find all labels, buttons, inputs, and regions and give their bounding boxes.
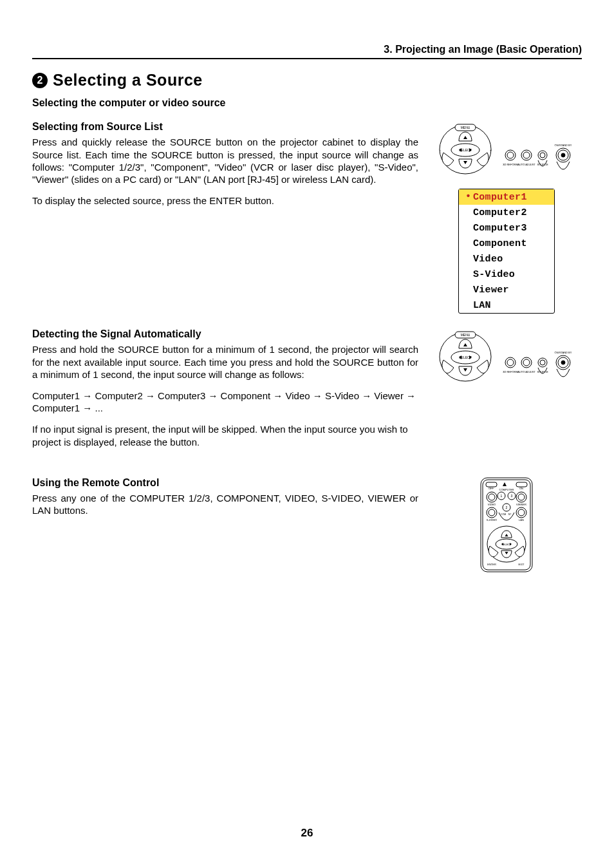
svg-point-25 [505,357,516,368]
svg-text:COMPUTER: COMPUTER [499,488,514,491]
svg-point-31 [538,358,547,367]
heading-auto-detect: Detecting the Signal Automatically [32,328,418,341]
chapter-header: 3. Projecting an Image (Basic Operation) [32,44,582,59]
list-item: Computer1 [459,189,554,205]
illustration-column: OFF ON VIDEO VIEWER 1 3 COMPUTER S-VIDEO… [431,476,582,573]
page-number: 26 [0,827,614,840]
source-list-menu: Computer1 Computer2 Computer3 Component … [458,189,555,314]
svg-point-7 [505,150,516,160]
svg-point-56 [488,509,495,516]
svg-point-47 [516,492,526,502]
list-item: Video [459,251,554,267]
svg-text:EXIT: EXIT [519,563,525,566]
svg-point-59 [518,509,525,516]
list-item: Component [459,236,554,251]
svg-text:-: - [440,148,441,152]
svg-text:3D REFORM: 3D REFORM [503,163,518,166]
svg-point-18 [561,153,565,157]
svg-text:+: + [490,148,492,152]
svg-point-32 [540,360,545,365]
svg-text:ON/STAND BY: ON/STAND BY [555,351,572,354]
text-column: Using the Remote Control Press any one o… [32,476,418,573]
svg-text:MENU: MENU [461,333,470,337]
svg-text:SOURCE: SOURCE [537,370,548,373]
svg-point-26 [507,359,514,366]
svg-text:1: 1 [501,494,503,498]
svg-point-45 [488,494,495,500]
paragraph: Press any one of the COMPUTER 1/2/3, COM… [32,492,418,516]
svg-text:3D REFORM: 3D REFORM [503,370,518,373]
svg-text:MENU: MENU [461,126,470,129]
control-panel-illustration: MENU SELECT 3D REFORM AUTO ADJUST SOURCE [434,328,579,386]
svg-text:AUTO ADJUST: AUTO ADJUST [517,370,535,373]
paragraph: To display the selected source, press th… [32,194,418,207]
sub-title: Selecting the computer or video source [32,97,582,109]
svg-text:ON: ON [519,487,523,490]
section-number-badge: 2 [32,73,48,88]
svg-text:COM: COM [501,513,506,516]
list-item: Computer2 [459,205,554,220]
list-item: Viewer [459,282,554,297]
title-row: 2 Selecting a Source [32,71,582,90]
paragraph: Computer1 → Computer2 → Computer3 → Comp… [32,390,418,414]
svg-point-14 [540,153,545,158]
svg-point-13 [538,151,547,160]
svg-point-44 [487,492,497,502]
list-item: Computer3 [459,220,554,236]
heading-source-list: Selecting from Source List [32,120,418,133]
svg-text:SOURCE: SOURCE [537,163,548,166]
illustration-column: MENU SELECT - + 3D REFORM AUTO ADJUST [431,120,582,314]
paragraph: Press and hold the SOURCE button for a m… [32,343,418,381]
svg-point-11 [523,152,530,158]
svg-point-10 [521,150,532,160]
svg-text:S-VIDEO: S-VIDEO [487,518,497,522]
section-auto-detect: Detecting the Signal Automatically Press… [32,328,582,457]
section-remote: Using the Remote Control Press any one o… [32,476,582,573]
svg-text:3: 3 [511,494,513,498]
paragraph: Press and quickly release the SOURCE but… [32,136,418,185]
svg-text:ENTER: ENTER [487,563,496,566]
svg-point-29 [523,359,530,366]
svg-rect-42 [516,482,527,487]
heading-remote: Using the Remote Control [32,476,418,489]
svg-point-58 [516,507,526,518]
svg-text:LAN: LAN [519,518,524,522]
illustration-column: MENU SELECT 3D REFORM AUTO ADJUST SOURCE [431,328,582,457]
list-item: S-Video [459,267,554,282]
svg-text:OFF: OFF [488,487,494,490]
svg-text:2: 2 [506,505,508,509]
text-column: Selecting from Source List Press and qui… [32,120,418,314]
svg-point-48 [518,494,525,500]
svg-point-55 [487,507,497,518]
svg-point-28 [521,357,532,368]
section-source-list: Selecting from Source List Press and qui… [32,120,582,314]
svg-point-8 [507,152,514,158]
svg-text:VIDEO: VIDEO [488,503,496,506]
list-item: LAN [459,297,554,313]
paragraph: If no input signal is present, the input… [32,423,418,448]
svg-text:VIEWER: VIEWER [516,503,526,506]
remote-control-illustration: OFF ON VIDEO VIEWER 1 3 COMPUTER S-VIDEO… [478,476,535,573]
control-panel-illustration: MENU SELECT - + 3D REFORM AUTO ADJUST [434,120,579,178]
svg-text:NT: NT [508,513,512,516]
page-title: Selecting a Source [53,71,203,90]
svg-text:ON/STAND BY: ON/STAND BY [555,144,572,147]
svg-rect-40 [486,482,497,487]
svg-point-36 [561,361,565,364]
svg-text:AUTO ADJUST: AUTO ADJUST [517,163,535,166]
text-column: Detecting the Signal Automatically Press… [32,328,418,457]
